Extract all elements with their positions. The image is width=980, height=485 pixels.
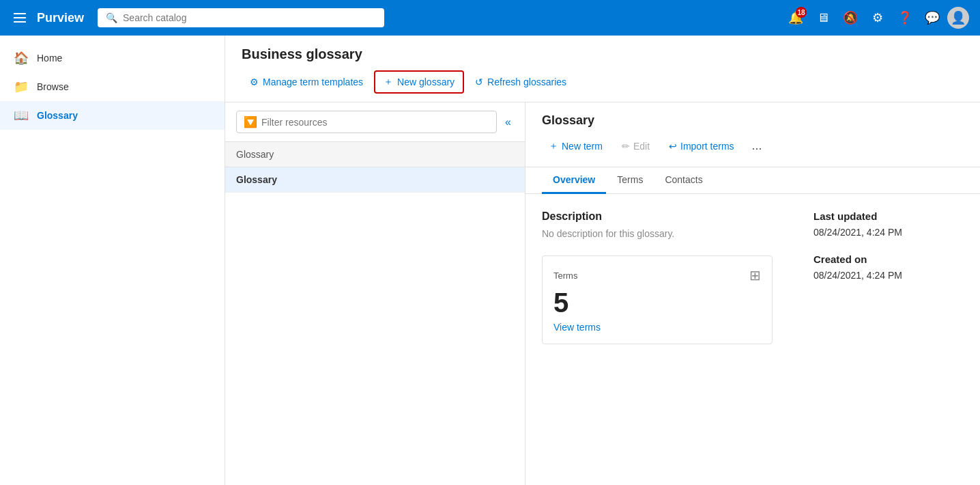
- glossary-list-items: Glossary: [225, 167, 525, 485]
- description-label: Description: [542, 210, 773, 223]
- table-icon: ⊞: [749, 267, 761, 283]
- header: Purview 🔍 🔔 18 🖥 🔕 ⚙ ❓ 💬 👤: [0, 0, 980, 36]
- more-options-button[interactable]: ...: [747, 136, 768, 156]
- main-layout: 🏠 Home 📁 Browse 📖 Glossary Business glos…: [0, 36, 980, 485]
- terms-count: 5: [553, 289, 761, 316]
- detail-header: Glossary ＋ New term ✏ Edit ↩ Import term: [525, 102, 980, 167]
- new-glossary-button[interactable]: ＋ New glossary: [374, 70, 464, 94]
- sidebar-item-home[interactable]: 🏠 Home: [0, 44, 225, 72]
- edit-button[interactable]: ✏ Edit: [615, 137, 657, 155]
- sidebar-label-browse: Browse: [37, 81, 69, 92]
- refresh-icon: ↺: [475, 77, 483, 87]
- detail-overview-left: Description No description for this glos…: [542, 210, 773, 469]
- screen-share-icon[interactable]: 🖥: [811, 5, 835, 30]
- refresh-glossaries-button[interactable]: ↺ Refresh glossaries: [467, 72, 575, 92]
- new-glossary-label: New glossary: [397, 77, 455, 87]
- search-bar[interactable]: 🔍: [98, 8, 384, 27]
- sidebar-item-browse[interactable]: 📁 Browse: [0, 72, 225, 101]
- last-updated-value: 08/24/2021, 4:24 PM: [813, 226, 964, 240]
- search-icon: 🔍: [106, 12, 117, 23]
- browse-icon: 📁: [14, 79, 29, 94]
- sidebar: 🏠 Home 📁 Browse 📖 Glossary: [0, 36, 225, 485]
- created-on-label: Created on: [813, 253, 964, 265]
- header-actions: 🔔 18 🖥 🔕 ⚙ ❓ 💬 👤: [783, 5, 969, 30]
- detail-panel: Glossary ＋ New term ✏ Edit ↩ Import term: [525, 102, 980, 485]
- notifications-icon[interactable]: 🔔 18: [783, 5, 808, 30]
- filter-input[interactable]: [261, 117, 489, 128]
- list-item[interactable]: Glossary: [225, 167, 525, 193]
- description-value: No description for this glossary.: [542, 228, 773, 239]
- created-on-value: 08/24/2021, 4:24 PM: [813, 269, 964, 283]
- terms-card-header: Terms ⊞: [553, 267, 761, 283]
- detail-body: Description No description for this glos…: [525, 194, 980, 485]
- list-item-label: Glossary: [236, 174, 277, 185]
- tab-contacts-label: Contacts: [665, 174, 702, 185]
- plus-icon: ＋: [384, 76, 393, 88]
- new-term-label: New term: [562, 141, 603, 152]
- filter-icon: 🔽: [244, 115, 257, 128]
- home-icon: 🏠: [14, 51, 29, 66]
- import-terms-label: Import terms: [680, 141, 734, 152]
- new-term-button[interactable]: ＋ New term: [542, 137, 609, 156]
- detail-overview-right: Last updated 08/24/2021, 4:24 PM Created…: [813, 210, 964, 469]
- filter-input-wrap[interactable]: 🔽: [236, 111, 497, 133]
- manage-templates-icon: ⚙: [250, 77, 259, 87]
- sidebar-label-glossary: Glossary: [37, 110, 78, 121]
- sidebar-item-glossary[interactable]: 📖 Glossary: [0, 101, 225, 130]
- avatar-icon[interactable]: 👤: [947, 7, 969, 29]
- tab-contacts[interactable]: Contacts: [654, 167, 713, 194]
- tab-overview[interactable]: Overview: [542, 167, 606, 194]
- import-terms-button[interactable]: ↩ Import terms: [662, 137, 741, 155]
- glossary-list-panel: 🔽 « Glossary Glossary: [225, 102, 525, 485]
- manage-templates-label: Manage term templates: [263, 77, 363, 87]
- app-name: Purview: [37, 11, 84, 25]
- view-terms-link[interactable]: View terms: [553, 322, 761, 333]
- filter-bar: 🔽 «: [225, 102, 525, 142]
- feedback-icon[interactable]: 💬: [920, 5, 945, 30]
- body-split: 🔽 « Glossary Glossary Glossary: [225, 102, 980, 485]
- import-icon: ↩: [669, 141, 677, 152]
- page-header: Business glossary ⚙ Manage term template…: [225, 36, 980, 102]
- terms-card: Terms ⊞ 5 View terms: [542, 255, 773, 344]
- terms-card-label: Terms: [553, 271, 577, 281]
- content-panel: Business glossary ⚙ Manage term template…: [225, 36, 980, 485]
- detail-title: Glossary: [542, 113, 964, 128]
- detail-tabs: Overview Terms Contacts: [525, 167, 980, 194]
- glossary-icon: 📖: [14, 108, 29, 123]
- sidebar-label-home: Home: [37, 53, 62, 64]
- collapse-panel-button[interactable]: «: [502, 113, 514, 131]
- settings-icon[interactable]: ⚙: [865, 5, 890, 30]
- search-input[interactable]: [123, 12, 376, 23]
- edit-icon: ✏: [622, 141, 630, 152]
- tab-overview-label: Overview: [553, 174, 595, 185]
- toolbar: ⚙ Manage term templates ＋ New glossary ↺…: [242, 70, 964, 102]
- page-title: Business glossary: [242, 46, 964, 62]
- tab-terms[interactable]: Terms: [606, 167, 654, 194]
- last-updated-label: Last updated: [813, 210, 964, 222]
- manage-templates-button[interactable]: ⚙ Manage term templates: [242, 72, 371, 92]
- help-icon[interactable]: ❓: [893, 5, 917, 30]
- plus-small-icon: ＋: [549, 140, 558, 152]
- hamburger-menu[interactable]: [11, 10, 29, 25]
- glossary-list-header: Glossary: [225, 142, 525, 167]
- detail-toolbar: ＋ New term ✏ Edit ↩ Import terms ...: [542, 136, 964, 156]
- tab-terms-label: Terms: [617, 174, 643, 185]
- bell-icon[interactable]: 🔕: [838, 5, 863, 30]
- edit-label: Edit: [633, 141, 650, 152]
- notification-badge: 18: [796, 7, 807, 18]
- refresh-glossaries-label: Refresh glossaries: [487, 77, 566, 87]
